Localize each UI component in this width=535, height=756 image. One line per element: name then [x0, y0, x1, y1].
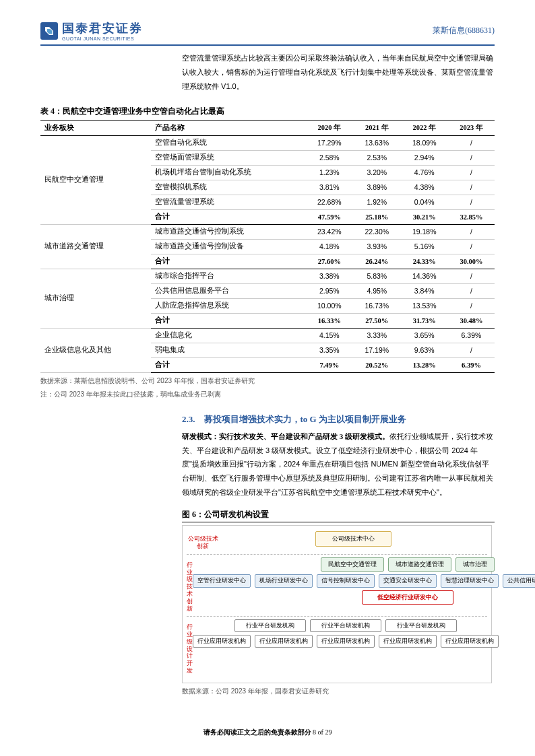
diagram-level2-label: 行业级技术创新 — [187, 557, 193, 613]
ticker: 莱斯信息(688631) — [433, 25, 495, 36]
diagram-level1-label: 公司级技术创新 — [187, 531, 219, 550]
intro-paragraph: 空管流量管理系统占比较高主要因公司采取终验法确认收入，当年来自民航局空中交通管理… — [182, 51, 495, 94]
section-2-3-text: 依托行业领域展开，实行技术攻关、平台建设和产品研发 3 级研发模式。设立了低空经… — [182, 432, 493, 497]
diagram-red-box: 低空经济行业研发中心 — [362, 590, 453, 605]
diagram-level3-label: 行业级设计开发 — [187, 619, 193, 675]
diagram-blue-row: 空管行业研发中心机场行业研发中心信号控制研发中心交通安全研发中心智慧治理研发中心… — [193, 574, 535, 588]
table4: 业务板块产品名称2020 年2021 年2022 年2023 年 民航空中交通管… — [40, 120, 495, 373]
section-2-3-title: 2.3. 募投项目增强技术实力，to G 为主以项目制开展业务 — [182, 413, 495, 425]
page-header: 国泰君安证券 GUOTAI JUNAN SECURITIES 莱斯信息(6886… — [40, 20, 495, 46]
footer-disclaimer: 请务必阅读正文之后的免责条款部分 — [203, 728, 311, 736]
table4-note: 注：公司 2023 年年报未按此口径披露，弱电集成业务已剥离 — [40, 389, 495, 400]
table4-source: 数据来源：莱斯信息招股说明书、公司 2023 年年报，国泰君安证券研究 — [40, 376, 495, 386]
diagram-top-box: 公司级技术中心 — [315, 531, 391, 547]
logo-text-en: GUOTAI JUNAN SECURITIES — [62, 36, 143, 41]
logo-text-cn: 国泰君安证券 — [62, 20, 143, 36]
figure6-title: 图 6：公司研发机构设置 — [182, 509, 495, 522]
diagram-green-row: 民航空中交通管理城市道路交通管理城市治理 — [321, 557, 495, 572]
footer-page: 8 of 29 — [313, 728, 332, 736]
diagram-level3-heads: 行业平台研发机构行业平台研发机构行业平台研发机构 — [234, 619, 457, 632]
section-2-3-body: 研发模式：实行技术攻关、平台建设和产品研发 3 级研发模式。依托行业领域展开，实… — [182, 429, 495, 500]
logo: 国泰君安证券 GUOTAI JUNAN SECURITIES — [40, 20, 143, 41]
logo-icon — [40, 22, 58, 40]
figure6-diagram: 公司级技术创新 公司级技术中心 行业级技术创新 民航空中交通管理城市道路交通管理… — [182, 525, 492, 683]
figure6-source: 数据来源：公司 2023 年年报，国泰君安证券研究 — [182, 686, 495, 697]
page-footer: 请务必阅读正文之后的免责条款部分 8 of 29 — [0, 728, 535, 737]
diagram-level3-subs: 行业应用研发机构行业应用研发机构行业应用研发机构行业应用研发机构行业应用研发机构 — [193, 635, 499, 648]
section-2-3-lead: 研发模式：实行技术攻关、平台建设和产品研发 3 级研发模式。 — [182, 432, 389, 440]
table4-title: 表 4：民航空中交通管理业务中空管自动化占比最高 — [40, 106, 495, 117]
